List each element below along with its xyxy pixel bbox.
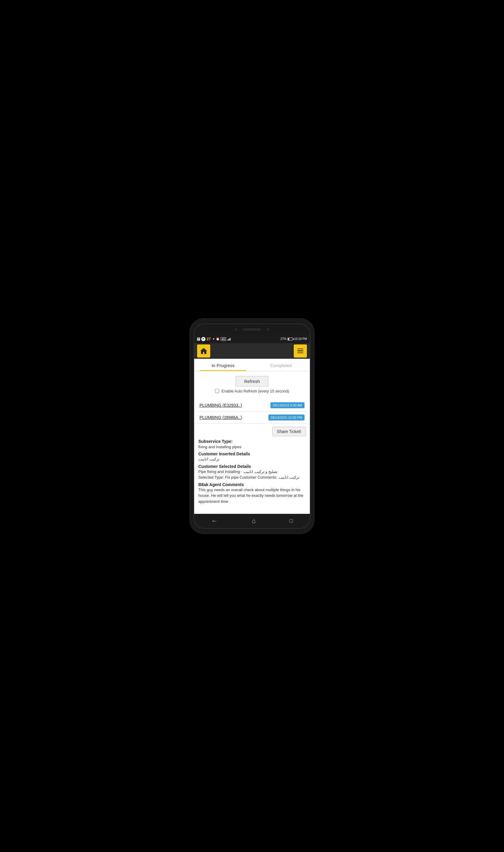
customer-inserted-block: Customer Inserted Details تركيب انابيب	[198, 452, 306, 462]
recents-button[interactable]: □	[290, 518, 293, 524]
menu-button[interactable]	[294, 344, 307, 358]
subservice-block: Subservice Type: fixing and installing p…	[198, 439, 306, 450]
app-logo[interactable]	[197, 344, 210, 358]
battery-percent: 27%	[280, 337, 286, 341]
share-ticket-button[interactable]: Share Ticket!	[272, 427, 306, 436]
network-label: 4G	[221, 337, 226, 341]
camera-dot	[235, 328, 237, 331]
ticket-row[interactable]: PLUMBING (E32933..) 09/13/2015 9:00 AM	[198, 399, 306, 412]
subservice-label: Subservice Type:	[198, 439, 233, 444]
camera-bar	[194, 324, 310, 335]
logo-svg	[199, 347, 208, 355]
ticket-detail-section: Share Ticket! Subservice Type: fixing an…	[194, 424, 310, 511]
ticket-title-1[interactable]: PLUMBING (E32933..)	[199, 403, 242, 407]
tabs-container: In Progress Completed	[194, 359, 310, 371]
tab-completed[interactable]: Completed	[252, 359, 310, 371]
status-bar: ✉ P 27 ✦ ⏰ 4G 27% 10:18 PM	[194, 335, 310, 343]
screen-content: In Progress Completed Refresh Enable Aut…	[194, 359, 310, 514]
customer-inserted-value: تركيب انابيب	[198, 456, 306, 462]
ticket-title-2[interactable]: PLUMBING (28986A..)	[199, 415, 242, 420]
auto-refresh-checkbox[interactable]	[215, 389, 219, 393]
back-button[interactable]: ←	[211, 517, 218, 525]
agent-comments-block: B8ak Agent Comments This guy needs an ov…	[198, 482, 306, 505]
sensor-dot	[267, 328, 269, 331]
p-badge: P	[201, 337, 205, 341]
ticket-date-2: 09/13/2015 12:00 PM	[268, 415, 305, 420]
app-header	[194, 343, 310, 359]
customer-inserted-label: Customer Inserted Details	[198, 452, 306, 456]
signal-bars	[227, 338, 231, 341]
refresh-button[interactable]: Refresh	[236, 376, 269, 386]
ticket-date-1: 09/13/2015 9:00 AM	[270, 402, 305, 408]
notification-icon: ✉	[197, 338, 200, 341]
ticket-detail-header: Share Ticket!	[198, 427, 306, 436]
customer-selected-block: Customer Selected Details Pipe fixing an…	[198, 464, 306, 481]
ticket-row[interactable]: PLUMBING (28986A..) 09/13/2015 12:00 PM	[198, 412, 306, 424]
agent-comments-label: B8ak Agent Comments	[198, 482, 306, 487]
customer-selected-label: Customer Selected Details	[198, 464, 306, 469]
status-left: ✉ P 27 ✦ ⏰ 4G	[197, 337, 231, 341]
phone-device: ✉ P 27 ✦ ⏰ 4G 27% 10:18 PM	[190, 318, 314, 534]
auto-refresh-row: Enable Auto Refresh (every 15 second)	[215, 389, 289, 393]
refresh-section: Refresh Enable Auto Refresh (every 15 se…	[194, 371, 310, 396]
speaker	[243, 328, 261, 331]
customer-selected-value: Pipe fixing and installing - تصليح و ترك…	[198, 469, 306, 481]
auto-refresh-label: Enable Auto Refresh (every 15 second)	[221, 389, 289, 393]
tab-in-progress[interactable]: In Progress	[194, 359, 252, 371]
notif-count: 27	[207, 337, 211, 341]
time-label: 10:18 PM	[294, 337, 307, 341]
subservice-value: fixing and installing pipes	[198, 445, 241, 449]
alarm-icon: ⏰	[216, 337, 219, 341]
home-button[interactable]: ⌂	[252, 517, 256, 525]
status-right: 27% 10:18 PM	[280, 337, 307, 341]
agent-comments-value: This guy needs an overall check about mu…	[198, 487, 306, 505]
hamburger-icon	[297, 349, 303, 354]
nav-bar: ← ⌂ □	[194, 514, 310, 528]
battery-icon	[287, 338, 293, 341]
bluetooth-icon: ✦	[212, 337, 215, 341]
tickets-list: PLUMBING (E32933..) 09/13/2015 9:00 AM P…	[194, 396, 310, 424]
